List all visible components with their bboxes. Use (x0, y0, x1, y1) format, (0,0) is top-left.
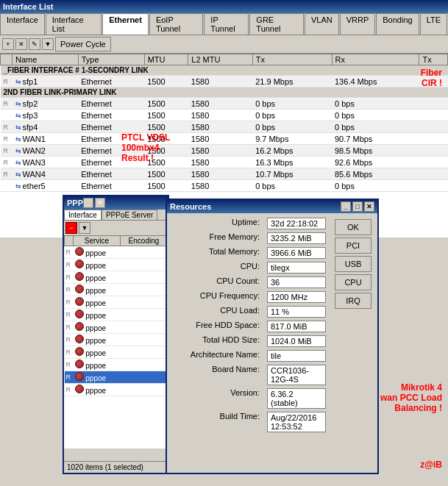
add-icon[interactable]: + (2, 38, 14, 50)
resources-title-bar: Resources _ □ ✕ (167, 200, 377, 213)
col-tx2[interactable]: Tx (419, 54, 448, 65)
row-rx: 92.6 Mbps (332, 157, 419, 168)
tab-eoip[interactable]: EoIP Tunnel (149, 13, 203, 35)
table-row[interactable]: R ⇆sfp4 Ethernet 1500 1580 0 bps 0 bps (1, 121, 448, 133)
ppp-row-service: pppoe (74, 321, 121, 334)
pci-button[interactable]: PCI (335, 237, 371, 254)
board-label: Board Name: (174, 365, 263, 385)
row-type: Ethernet (78, 98, 144, 110)
ppp-row-flag: R (65, 309, 74, 321)
row-tx: 10.7 Mbps (252, 168, 332, 180)
ppp-table-row[interactable]: R pppoe (65, 309, 168, 321)
ppp-col-encoding[interactable]: Encoding (120, 236, 167, 246)
tab-ip-tunnel[interactable]: IP Tunnel (204, 13, 249, 35)
tab-bonding[interactable]: Bonding (376, 13, 419, 35)
ok-button[interactable]: OK (335, 219, 371, 235)
cpu-button[interactable]: CPU (335, 274, 371, 290)
ppp-table-row[interactable]: R pppoe (65, 259, 168, 271)
ppp-close-button[interactable]: ✕ (95, 198, 105, 208)
row-rx: 98.5 Mbps (332, 145, 419, 157)
resources-restore-button[interactable]: □ (352, 201, 363, 212)
ppp-table-row[interactable]: R pppoe (65, 384, 168, 396)
edit-icon[interactable]: ✎ (29, 38, 40, 50)
cpu-value: tilegx (267, 262, 326, 274)
ppp-tab-interface[interactable]: Interface (64, 210, 102, 220)
tab-bar: Interface Interface List Ethernet EoIP T… (0, 13, 448, 35)
row-l2mtu: 1580 (188, 76, 252, 87)
ppp-row-flag: R (65, 384, 74, 396)
filter-icon[interactable]: ▼ (42, 38, 54, 50)
ppp-table-row[interactable]: R pppoe (65, 334, 168, 346)
ppp-filter-icon[interactable]: ▼ (79, 222, 90, 234)
power-cycle-button[interactable]: Power Cycle (55, 37, 111, 51)
table-row[interactable]: R ⇆WAN3 Ethernet 1500 1580 16.3 Mbps 92.… (1, 157, 448, 168)
irq-button[interactable]: IRQ (335, 293, 371, 309)
ppp-row-service: pppoe (74, 384, 121, 396)
col-l2mtu[interactable]: L2 MTU (188, 54, 252, 65)
ppp-table-row-selected[interactable]: R pppoe (65, 371, 168, 384)
tab-interface-list[interactable]: Interface List (46, 13, 102, 35)
ppp-tab-pppoe-server[interactable]: PPPoE Server (102, 210, 157, 220)
table-row[interactable]: R ⇆WAN4 Ethernet 1500 1580 10.7 Mbps 85.… (1, 168, 448, 180)
ppp-table-row[interactable]: R pppoe (65, 271, 168, 284)
col-rx[interactable]: Rx (332, 54, 419, 65)
ppp-add-icon[interactable]: − (65, 222, 77, 234)
row-mtu: 1500 (144, 110, 188, 121)
ppp-row-encoding (120, 246, 167, 259)
row-flag: R (1, 157, 13, 168)
ppp-table-row[interactable]: R pppoe (65, 359, 168, 371)
table-row[interactable]: R ⇆sfp2 Ethernet 1500 1580 0 bps 0 bps (1, 98, 448, 110)
ppp-table-container: Service Encoding R pppoe R pppoe R pp (64, 235, 168, 449)
tab-lte[interactable]: LTE (420, 13, 447, 35)
ppp-row-service: pppoe (74, 246, 121, 259)
tab-vrrp[interactable]: VRRP (340, 13, 376, 35)
remove-icon[interactable]: ✕ (15, 38, 27, 50)
ppp-status-bar: 1020 items (1 selected) (64, 461, 168, 473)
col-tx[interactable]: Tx (252, 54, 332, 65)
ppp-table-row[interactable]: R pppoe (65, 346, 168, 359)
row-name: ⇆WAN2 (13, 145, 79, 157)
row-name: ⇆sfp4 (13, 121, 79, 133)
fiber-annotation: FiberCIR ! (421, 68, 442, 88)
uptime-value: 32d 22:18:02 (267, 218, 326, 229)
ppp-status-text: 1020 items (1 selected) (67, 463, 143, 471)
tab-interface[interactable]: Interface (0, 13, 45, 35)
row-rx: 85.6 Mbps (332, 168, 419, 180)
col-name[interactable]: Name (13, 54, 79, 65)
ppp-table-row[interactable]: R pppoe (65, 284, 168, 296)
table-row[interactable]: R ⇆WAN1 Ethernet 1500 1580 9.7 Mbps 90.7… (1, 133, 448, 145)
table-row[interactable]: R ⇆sfp1 Ethernet 1500 1580 21.9 Mbps 136… (1, 76, 448, 87)
table-row[interactable]: R ⇆WAN2 Ethernet 1500 1580 16.2 Mbps 98.… (1, 145, 448, 157)
row-l2mtu: 1580 (188, 110, 252, 121)
ppp-row-encoding (120, 371, 167, 384)
tab-vlan[interactable]: VLAN (305, 13, 339, 35)
interface-table: Name Type MTU L2 MTU Tx Rx Tx _FIBER INT… (0, 54, 448, 192)
row-type: Ethernet (78, 180, 144, 192)
row-rx: 0 bps (332, 110, 419, 121)
row-name: ⇆WAN4 (13, 168, 79, 180)
ppp-col-service[interactable]: Service (74, 236, 121, 246)
row-l2mtu: 1580 (188, 157, 252, 168)
col-type[interactable]: Type (78, 54, 144, 65)
total-memory-value: 3966.6 MiB (267, 247, 326, 259)
ppp-row-service: pppoe (74, 309, 121, 321)
tab-gre[interactable]: GRE Tunnel (249, 13, 304, 35)
row-flag: R (1, 76, 13, 87)
tab-ethernet[interactable]: Ethernet (102, 13, 149, 35)
ppp-table-row[interactable]: R pppoe (65, 321, 168, 334)
col-mtu[interactable]: MTU (144, 54, 188, 65)
resources-minimize-button[interactable]: _ (341, 201, 351, 212)
ppp-toolbar: − ▼ (64, 221, 168, 235)
ppp-row-service: pppoe (74, 371, 121, 384)
table-row[interactable]: ⇆sfp3 Ethernet 1500 1580 0 bps 0 bps (1, 110, 448, 121)
resources-close-button[interactable]: ✕ (364, 201, 374, 212)
ppp-table-row[interactable]: R pppoe (65, 296, 168, 309)
table-row[interactable]: ⇆ether5 Ethernet 1500 1580 0 bps 0 bps (1, 180, 448, 192)
ppp-row-encoding (120, 271, 167, 284)
usb-button[interactable]: USB (335, 256, 371, 272)
ppp-row-encoding (120, 309, 167, 321)
row-tx: 0 bps (252, 110, 332, 121)
row-rx: 0 bps (332, 98, 419, 110)
ppp-minimize-button[interactable]: _ (83, 198, 93, 208)
ppp-table-row[interactable]: R pppoe (65, 246, 168, 259)
